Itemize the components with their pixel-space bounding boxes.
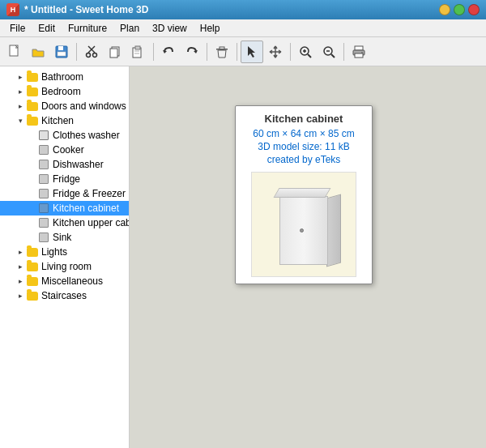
svg-line-21 xyxy=(331,54,335,58)
tree-label-misc: Miscellaneous xyxy=(41,275,103,287)
svg-rect-23 xyxy=(355,46,363,50)
redo-button[interactable] xyxy=(181,41,203,63)
tree-label-fridge-freezer: Fridge & Freezer xyxy=(53,188,126,199)
tree-arrow-living xyxy=(15,261,26,272)
tree-item-fridge[interactable]: Fridge xyxy=(0,172,129,186)
print-button[interactable] xyxy=(347,41,370,63)
window-controls xyxy=(439,4,480,15)
tree-item-kitchen-upper[interactable]: Kitchen upper cabinet xyxy=(0,215,129,230)
3d-view-panel: Kitchen cabinet 60 cm × 64 cm × 85 cm 3D… xyxy=(130,66,486,448)
tooltip-dimensions: 60 cm × 64 cm × 85 cm xyxy=(242,128,365,139)
tree-label-living: Living room xyxy=(41,261,92,272)
tooltip-model-size: 3D model size: 11 kB xyxy=(242,141,365,152)
folder-icon-kitchen xyxy=(26,114,39,127)
minimize-button[interactable] xyxy=(439,4,450,15)
tree-label-washer: Clothes washer xyxy=(53,130,120,141)
svg-point-7 xyxy=(93,53,97,57)
close-button[interactable] xyxy=(468,4,480,15)
toolbar-sep-5 xyxy=(290,43,291,61)
furn-icon-upper xyxy=(37,216,50,229)
tooltip-3d-preview xyxy=(251,172,356,277)
tree-arrow-kitchen xyxy=(15,115,26,126)
tree-arrow-misc xyxy=(15,275,26,287)
tree-label-cabinet: Kitchen cabinet xyxy=(53,203,119,214)
main-content: Bathroom Bedroom Doors and windows Kitch… xyxy=(0,66,486,448)
tree-item-clothes-washer[interactable]: Clothes washer xyxy=(0,128,129,143)
tree-item-dishwasher[interactable]: Dishwasher xyxy=(0,157,129,172)
toolbar-sep-3 xyxy=(207,43,207,61)
tree-arrow-doors xyxy=(15,100,26,112)
select-button[interactable] xyxy=(241,41,263,63)
tree-arrow-bathroom xyxy=(15,71,26,83)
item-tooltip: Kitchen cabinet 60 cm × 64 cm × 85 cm 3D… xyxy=(235,105,373,284)
menu-help[interactable]: Help xyxy=(194,21,227,36)
tooltip-title: Kitchen cabinet xyxy=(242,113,365,125)
undo-button[interactable] xyxy=(157,41,180,63)
toolbar-sep-2 xyxy=(153,43,154,61)
svg-rect-9 xyxy=(110,49,117,58)
menu-file[interactable]: File xyxy=(3,21,32,36)
zoom-in-button[interactable] xyxy=(294,41,317,63)
menu-furniture[interactable]: Furniture xyxy=(62,21,113,36)
toolbar-sep-6 xyxy=(343,43,344,61)
tree-item-bathroom[interactable]: Bathroom xyxy=(0,70,129,84)
tree-label-bedroom: Bedroom xyxy=(41,86,81,97)
tooltip-credit: created by eTeks xyxy=(242,154,365,165)
tree-arrow-stairs xyxy=(15,290,26,301)
tree-item-sink[interactable]: Sink xyxy=(0,230,129,245)
cabinet-3d-model xyxy=(271,184,336,265)
tree-item-lights[interactable]: Lights xyxy=(0,245,129,259)
pan-button[interactable] xyxy=(264,41,287,63)
menu-3dview[interactable]: 3D view xyxy=(146,21,194,36)
furn-icon-washer xyxy=(37,129,50,142)
cabinet-side-face xyxy=(326,194,341,267)
tree-item-fridge-freezer[interactable]: Fridge & Freezer xyxy=(0,186,129,201)
tree-label-doors: Doors and windows xyxy=(41,100,126,112)
cabinet-knob xyxy=(300,228,304,233)
furn-icon-fridge xyxy=(37,173,50,186)
zoom-out-button[interactable] xyxy=(318,41,340,63)
tree-label-fridge: Fridge xyxy=(53,173,80,185)
delete-button[interactable] xyxy=(211,41,233,63)
tree-item-living-room[interactable]: Living room xyxy=(0,259,129,274)
tree-item-doors[interactable]: Doors and windows xyxy=(0,99,129,113)
menu-plan[interactable]: Plan xyxy=(113,21,146,36)
open-button[interactable] xyxy=(27,41,49,63)
svg-rect-25 xyxy=(355,53,363,58)
svg-rect-15 xyxy=(220,47,224,49)
paste-button[interactable] xyxy=(127,41,150,63)
svg-line-17 xyxy=(308,54,311,58)
tree-item-kitchen[interactable]: Kitchen xyxy=(0,113,129,128)
cut-button[interactable] xyxy=(80,41,103,63)
window-title: * Untitled - Sweet Home 3D xyxy=(24,4,439,15)
tree-label-bathroom: Bathroom xyxy=(41,71,83,83)
svg-rect-2 xyxy=(58,46,63,50)
cabinet-top-face xyxy=(274,188,331,198)
tree-arrow-lights xyxy=(15,246,26,258)
folder-icon-stairs xyxy=(26,289,39,302)
furn-icon-fridge-freezer xyxy=(37,187,50,200)
new-button[interactable] xyxy=(3,41,26,63)
save-button[interactable] xyxy=(50,41,73,63)
tree-label-kitchen: Kitchen xyxy=(41,115,74,126)
tree-item-misc[interactable]: Miscellaneous xyxy=(0,274,129,288)
tree-arrow-bedroom xyxy=(15,86,26,97)
tree-item-staircases[interactable]: Staircases xyxy=(0,288,129,303)
folder-icon-misc xyxy=(26,275,39,288)
title-bar: H * Untitled - Sweet Home 3D xyxy=(0,0,486,19)
furniture-tree[interactable]: Bathroom Bedroom Doors and windows Kitch… xyxy=(0,66,130,448)
maximize-button[interactable] xyxy=(454,4,465,15)
folder-icon-doors xyxy=(26,100,39,113)
toolbar xyxy=(0,37,486,66)
folder-icon-bedroom xyxy=(26,85,39,98)
tree-label-upper: Kitchen upper cabinet xyxy=(53,217,130,228)
menu-edit[interactable]: Edit xyxy=(32,21,62,36)
toolbar-sep-4 xyxy=(237,43,237,61)
tree-item-bedroom[interactable]: Bedroom xyxy=(0,84,129,99)
tree-item-kitchen-cabinet[interactable]: Kitchen cabinet xyxy=(0,201,129,215)
folder-icon-lights xyxy=(26,245,39,258)
copy-button[interactable] xyxy=(104,41,126,63)
furn-icon-cabinet xyxy=(37,202,50,215)
tree-label-dishwasher: Dishwasher xyxy=(53,159,104,170)
tree-item-cooker[interactable]: Cooker xyxy=(0,143,129,157)
